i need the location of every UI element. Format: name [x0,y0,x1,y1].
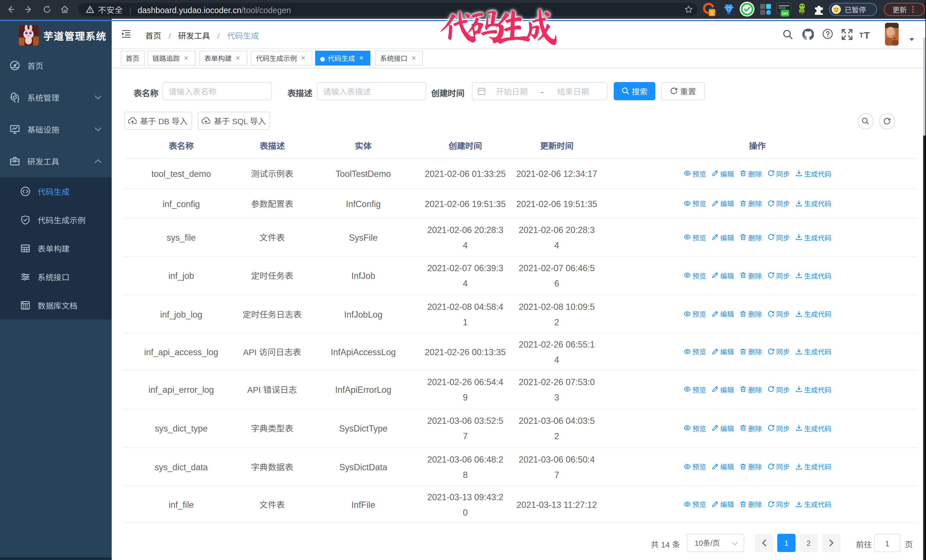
svg-text:T: T [859,31,864,39]
svg-text:T: T [864,30,870,39]
svg-text:on: on [782,9,788,16]
